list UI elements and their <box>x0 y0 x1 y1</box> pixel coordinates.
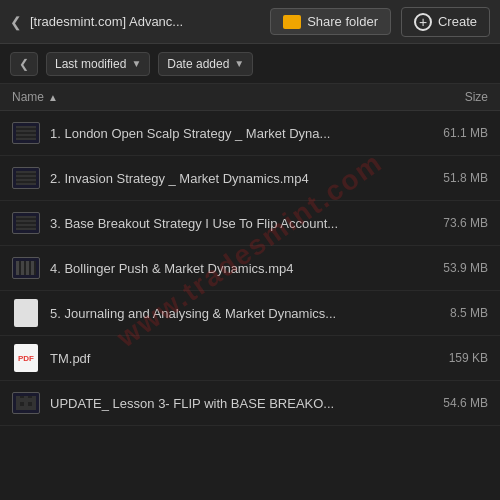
file-name: 5. Journaling and Analysing & Market Dyn… <box>50 306 408 321</box>
file-size: 61.1 MB <box>418 126 488 140</box>
generic-file-icon <box>14 299 38 327</box>
file-size: 8.5 MB <box>418 306 488 320</box>
file-name: TM.pdf <box>50 351 408 366</box>
file-size: 53.9 MB <box>418 261 488 275</box>
chevron-down-icon: ▼ <box>131 58 141 69</box>
top-bar-actions: Share folder + Create <box>270 7 490 37</box>
chevron-down-icon-2: ▼ <box>234 58 244 69</box>
table-row[interactable]: PDFTM.pdf159 KB <box>0 336 500 381</box>
table-row[interactable]: 4. Bollinger Push & Market Dynamics.mp45… <box>0 246 500 291</box>
column-name-header[interactable]: Name ▲ <box>12 90 408 104</box>
folder-icon <box>283 15 301 29</box>
table-row[interactable]: 5. Journaling and Analysing & Market Dyn… <box>0 291 500 336</box>
file-icon <box>12 209 40 237</box>
last-modified-label: Last modified <box>55 57 126 71</box>
video-icon <box>12 392 40 414</box>
table-row[interactable]: UPDATE_ Lesson 3- FLIP with BASE BREAKO.… <box>0 381 500 426</box>
last-modified-dropdown[interactable]: Last modified ▼ <box>46 52 150 76</box>
pdf-icon: PDF <box>14 344 38 372</box>
top-bar: ❮ [tradesmint.com] Advanc... Share folde… <box>0 0 500 44</box>
file-icon <box>12 119 40 147</box>
create-label: Create <box>438 14 477 29</box>
share-folder-button[interactable]: Share folder <box>270 8 391 35</box>
file-name: 2. Invasion Strategy _ Market Dynamics.m… <box>50 171 408 186</box>
file-name: UPDATE_ Lesson 3- FLIP with BASE BREAKO.… <box>50 396 408 411</box>
filter-bar: ❮ Last modified ▼ Date added ▼ <box>0 44 500 84</box>
share-folder-label: Share folder <box>307 14 378 29</box>
date-added-dropdown[interactable]: Date added ▼ <box>158 52 253 76</box>
sort-ascending-icon: ▲ <box>48 92 58 103</box>
back-button[interactable]: ❮ <box>10 52 38 76</box>
file-size: 159 KB <box>418 351 488 365</box>
file-icon: PDF <box>12 344 40 372</box>
file-icon <box>12 299 40 327</box>
video-icon <box>12 122 40 144</box>
breadcrumb-title: [tradesmint.com] Advanc... <box>30 14 262 29</box>
table-row[interactable]: 3. Base Breakout Strategy I Use To Flip … <box>0 201 500 246</box>
file-icon <box>12 254 40 282</box>
file-icon <box>12 164 40 192</box>
plus-circle-icon: + <box>414 13 432 31</box>
file-size: 73.6 MB <box>418 216 488 230</box>
date-added-label: Date added <box>167 57 229 71</box>
column-size-header: Size <box>408 90 488 104</box>
table-header: Name ▲ Size <box>0 84 500 111</box>
table-row[interactable]: 1. London Open Scalp Strategy _ Market D… <box>0 111 500 156</box>
create-button[interactable]: + Create <box>401 7 490 37</box>
table-row[interactable]: 2. Invasion Strategy _ Market Dynamics.m… <box>0 156 500 201</box>
file-list: 1. London Open Scalp Strategy _ Market D… <box>0 111 500 426</box>
file-name: 4. Bollinger Push & Market Dynamics.mp4 <box>50 261 408 276</box>
file-size: 54.6 MB <box>418 396 488 410</box>
back-arrow: ❮ <box>19 57 29 71</box>
file-size: 51.8 MB <box>418 171 488 185</box>
breadcrumb-back-arrow[interactable]: ❮ <box>10 14 22 30</box>
video-icon <box>12 257 40 279</box>
video-icon <box>12 167 40 189</box>
file-icon <box>12 389 40 417</box>
file-name: 1. London Open Scalp Strategy _ Market D… <box>50 126 408 141</box>
file-name: 3. Base Breakout Strategy I Use To Flip … <box>50 216 408 231</box>
video-icon <box>12 212 40 234</box>
